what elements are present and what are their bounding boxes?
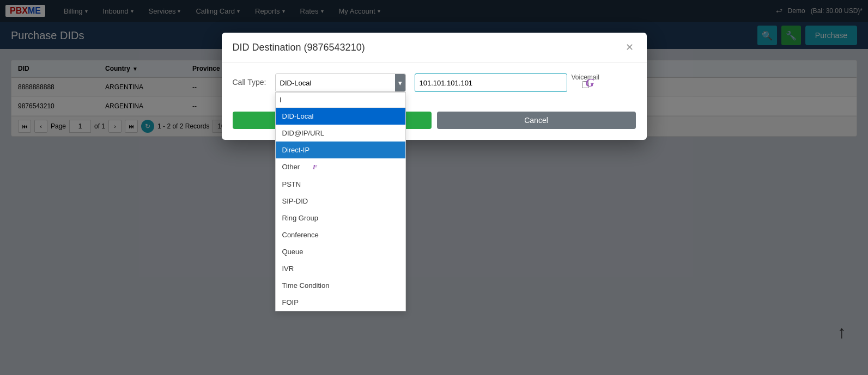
call-type-row: Call Type: DID-Local ▾ DID-Local DID@IP/… xyxy=(233,73,636,92)
destination-section: G Voicemail xyxy=(415,73,599,92)
modal-overlay: DID Destination (9876543210) ✕ Call Type… xyxy=(0,0,868,147)
dropdown-arrow-icon: ▾ xyxy=(395,74,405,91)
dropdown-item-did-ip-url[interactable]: DID@IP/URL xyxy=(276,125,405,142)
cancel-button[interactable]: Cancel xyxy=(437,112,636,129)
modal-body: Call Type: DID-Local ▾ DID-Local DID@IP/… xyxy=(222,63,647,112)
dropdown-selected-value[interactable]: DID-Local ▾ xyxy=(275,73,406,92)
call-type-label: Call Type: xyxy=(233,73,266,87)
modal-title: DID Destination (9876543210) xyxy=(233,42,365,53)
close-button[interactable]: ✕ xyxy=(623,41,636,53)
destination-input[interactable] xyxy=(415,73,567,92)
dropdown-item-direct-ip[interactable]: Direct-IP xyxy=(276,142,405,147)
g-annotation: G xyxy=(586,76,594,90)
destination-wrapper: G xyxy=(415,73,567,92)
dropdown-list: DID-Local DID@IP/URL Direct-IP Other F P… xyxy=(275,92,406,147)
call-type-dropdown[interactable]: DID-Local ▾ DID-Local DID@IP/URL Direct-… xyxy=(275,73,406,92)
modal-header: DID Destination (9876543210) ✕ xyxy=(222,33,647,63)
dropdown-item-did-local[interactable]: DID-Local xyxy=(276,108,405,125)
did-destination-modal: DID Destination (9876543210) ✕ Call Type… xyxy=(222,33,647,140)
dropdown-search-input[interactable] xyxy=(276,93,405,108)
